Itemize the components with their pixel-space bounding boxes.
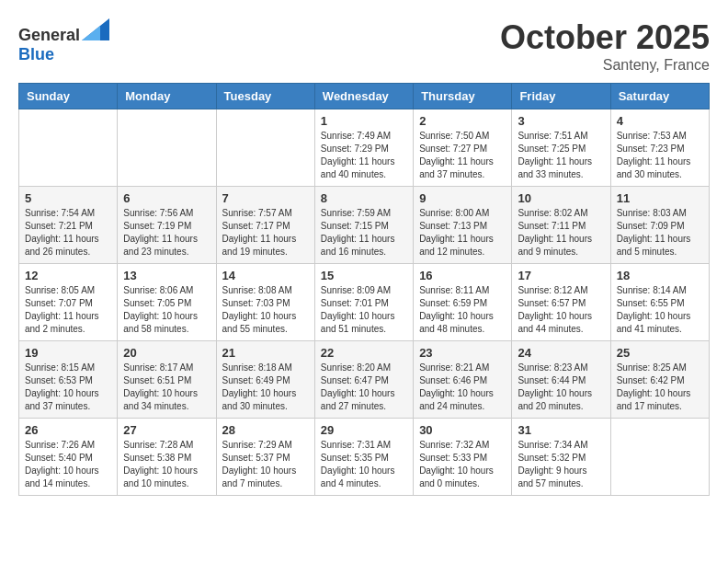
day-number: 10 <box>518 191 604 205</box>
day-info: Sunrise: 7:54 AM Sunset: 7:21 PM Dayligh… <box>25 207 111 259</box>
title-block: October 2025 Santeny, France <box>500 18 710 74</box>
day-number: 31 <box>518 423 604 437</box>
day-number: 24 <box>518 346 604 360</box>
day-info: Sunrise: 7:31 AM Sunset: 5:35 PM Dayligh… <box>321 439 407 490</box>
day-number: 11 <box>617 191 703 205</box>
day-number: 8 <box>321 191 407 205</box>
day-number: 17 <box>518 269 604 282</box>
calendar-cell: 9Sunrise: 8:00 AM Sunset: 7:13 PM Daylig… <box>414 187 512 264</box>
day-info: Sunrise: 8:09 AM Sunset: 7:01 PM Dayligh… <box>321 284 407 336</box>
calendar-cell: 22Sunrise: 8:20 AM Sunset: 6:47 PM Dayli… <box>314 341 413 419</box>
day-number: 12 <box>25 269 111 282</box>
day-number: 4 <box>617 114 703 128</box>
weekday-header-thursday: Thursday <box>414 84 512 109</box>
calendar-cell <box>610 419 709 496</box>
day-number: 19 <box>25 346 111 360</box>
day-info: Sunrise: 8:20 AM Sunset: 6:47 PM Dayligh… <box>321 362 407 413</box>
day-info: Sunrise: 7:53 AM Sunset: 7:23 PM Dayligh… <box>617 130 703 181</box>
day-number: 1 <box>321 114 407 128</box>
calendar-cell: 24Sunrise: 8:23 AM Sunset: 6:44 PM Dayli… <box>512 341 610 419</box>
day-info: Sunrise: 8:12 AM Sunset: 6:57 PM Dayligh… <box>518 284 604 336</box>
day-info: Sunrise: 8:08 AM Sunset: 7:03 PM Dayligh… <box>222 284 309 336</box>
calendar-cell: 8Sunrise: 7:59 AM Sunset: 7:15 PM Daylig… <box>314 187 413 264</box>
calendar-cell: 5Sunrise: 7:54 AM Sunset: 7:21 PM Daylig… <box>19 187 118 264</box>
page-header: General Blue October 2025 Santeny, Franc… <box>18 18 710 74</box>
day-info: Sunrise: 7:34 AM Sunset: 5:32 PM Dayligh… <box>518 439 604 490</box>
day-number: 6 <box>123 191 210 205</box>
day-info: Sunrise: 7:32 AM Sunset: 5:33 PM Dayligh… <box>419 439 506 490</box>
day-number: 22 <box>321 346 407 360</box>
day-info: Sunrise: 8:14 AM Sunset: 6:55 PM Dayligh… <box>617 284 703 336</box>
day-info: Sunrise: 8:02 AM Sunset: 7:11 PM Dayligh… <box>518 207 604 259</box>
day-number: 27 <box>123 423 210 437</box>
calendar-cell: 13Sunrise: 8:06 AM Sunset: 7:05 PM Dayli… <box>118 264 216 341</box>
calendar-cell <box>216 109 314 187</box>
calendar-week-row: 12Sunrise: 8:05 AM Sunset: 7:07 PM Dayli… <box>19 264 710 341</box>
calendar-cell: 27Sunrise: 7:28 AM Sunset: 5:38 PM Dayli… <box>118 419 216 496</box>
day-info: Sunrise: 7:59 AM Sunset: 7:15 PM Dayligh… <box>321 207 407 259</box>
day-info: Sunrise: 8:17 AM Sunset: 6:51 PM Dayligh… <box>123 362 210 413</box>
day-number: 30 <box>419 423 506 437</box>
calendar-week-row: 19Sunrise: 8:15 AM Sunset: 6:53 PM Dayli… <box>19 341 710 419</box>
logo-blue: Blue <box>18 45 54 63</box>
logo-text: General Blue <box>18 18 109 64</box>
calendar-cell: 16Sunrise: 8:11 AM Sunset: 6:59 PM Dayli… <box>414 264 512 341</box>
day-number: 18 <box>617 269 703 282</box>
day-info: Sunrise: 8:23 AM Sunset: 6:44 PM Dayligh… <box>518 362 604 413</box>
weekday-header-row: SundayMondayTuesdayWednesdayThursdayFrid… <box>19 84 710 109</box>
calendar-table: SundayMondayTuesdayWednesdayThursdayFrid… <box>18 83 710 496</box>
calendar-cell: 10Sunrise: 8:02 AM Sunset: 7:11 PM Dayli… <box>512 187 610 264</box>
calendar-cell <box>118 109 216 187</box>
day-info: Sunrise: 7:29 AM Sunset: 5:37 PM Dayligh… <box>222 439 309 490</box>
day-number: 26 <box>25 423 111 437</box>
day-info: Sunrise: 7:28 AM Sunset: 5:38 PM Dayligh… <box>123 439 210 490</box>
svg-marker-1 <box>82 26 100 40</box>
day-info: Sunrise: 8:18 AM Sunset: 6:49 PM Dayligh… <box>222 362 309 413</box>
calendar-cell: 4Sunrise: 7:53 AM Sunset: 7:23 PM Daylig… <box>610 109 709 187</box>
calendar-cell: 20Sunrise: 8:17 AM Sunset: 6:51 PM Dayli… <box>118 341 216 419</box>
weekday-header-saturday: Saturday <box>610 84 709 109</box>
day-number: 2 <box>419 114 506 128</box>
calendar-cell: 21Sunrise: 8:18 AM Sunset: 6:49 PM Dayli… <box>216 341 314 419</box>
day-number: 5 <box>25 191 111 205</box>
day-number: 14 <box>222 269 309 282</box>
logo-icon <box>82 18 109 40</box>
weekday-header-monday: Monday <box>118 84 216 109</box>
calendar-cell: 2Sunrise: 7:50 AM Sunset: 7:27 PM Daylig… <box>414 109 512 187</box>
weekday-header-sunday: Sunday <box>19 84 118 109</box>
day-number: 29 <box>321 423 407 437</box>
calendar-cell: 25Sunrise: 8:25 AM Sunset: 6:42 PM Dayli… <box>610 341 709 419</box>
day-info: Sunrise: 8:06 AM Sunset: 7:05 PM Dayligh… <box>123 284 210 336</box>
weekday-header-wednesday: Wednesday <box>314 84 413 109</box>
calendar-cell: 23Sunrise: 8:21 AM Sunset: 6:46 PM Dayli… <box>414 341 512 419</box>
logo-general: General <box>18 26 80 44</box>
calendar-cell: 29Sunrise: 7:31 AM Sunset: 5:35 PM Dayli… <box>314 419 413 496</box>
calendar-cell: 14Sunrise: 8:08 AM Sunset: 7:03 PM Dayli… <box>216 264 314 341</box>
day-number: 3 <box>518 114 604 128</box>
day-info: Sunrise: 8:03 AM Sunset: 7:09 PM Dayligh… <box>617 207 703 259</box>
logo: General Blue <box>18 18 109 64</box>
day-info: Sunrise: 7:26 AM Sunset: 5:40 PM Dayligh… <box>25 439 111 490</box>
calendar-cell: 30Sunrise: 7:32 AM Sunset: 5:33 PM Dayli… <box>414 419 512 496</box>
calendar-cell: 18Sunrise: 8:14 AM Sunset: 6:55 PM Dayli… <box>610 264 709 341</box>
calendar-week-row: 1Sunrise: 7:49 AM Sunset: 7:29 PM Daylig… <box>19 109 710 187</box>
day-number: 20 <box>123 346 210 360</box>
day-info: Sunrise: 7:51 AM Sunset: 7:25 PM Dayligh… <box>518 130 604 181</box>
calendar-cell: 7Sunrise: 7:57 AM Sunset: 7:17 PM Daylig… <box>216 187 314 264</box>
calendar-cell: 11Sunrise: 8:03 AM Sunset: 7:09 PM Dayli… <box>610 187 709 264</box>
day-number: 21 <box>222 346 309 360</box>
calendar-cell: 19Sunrise: 8:15 AM Sunset: 6:53 PM Dayli… <box>19 341 118 419</box>
calendar-week-row: 26Sunrise: 7:26 AM Sunset: 5:40 PM Dayli… <box>19 419 710 496</box>
day-info: Sunrise: 7:56 AM Sunset: 7:19 PM Dayligh… <box>123 207 210 259</box>
day-info: Sunrise: 8:11 AM Sunset: 6:59 PM Dayligh… <box>419 284 506 336</box>
day-info: Sunrise: 8:21 AM Sunset: 6:46 PM Dayligh… <box>419 362 506 413</box>
day-number: 28 <box>222 423 309 437</box>
calendar-week-row: 5Sunrise: 7:54 AM Sunset: 7:21 PM Daylig… <box>19 187 710 264</box>
calendar-cell: 26Sunrise: 7:26 AM Sunset: 5:40 PM Dayli… <box>19 419 118 496</box>
day-number: 15 <box>321 269 407 282</box>
calendar-cell: 12Sunrise: 8:05 AM Sunset: 7:07 PM Dayli… <box>19 264 118 341</box>
calendar-cell: 6Sunrise: 7:56 AM Sunset: 7:19 PM Daylig… <box>118 187 216 264</box>
day-info: Sunrise: 8:00 AM Sunset: 7:13 PM Dayligh… <box>419 207 506 259</box>
day-info: Sunrise: 7:49 AM Sunset: 7:29 PM Dayligh… <box>321 130 407 181</box>
day-number: 9 <box>419 191 506 205</box>
